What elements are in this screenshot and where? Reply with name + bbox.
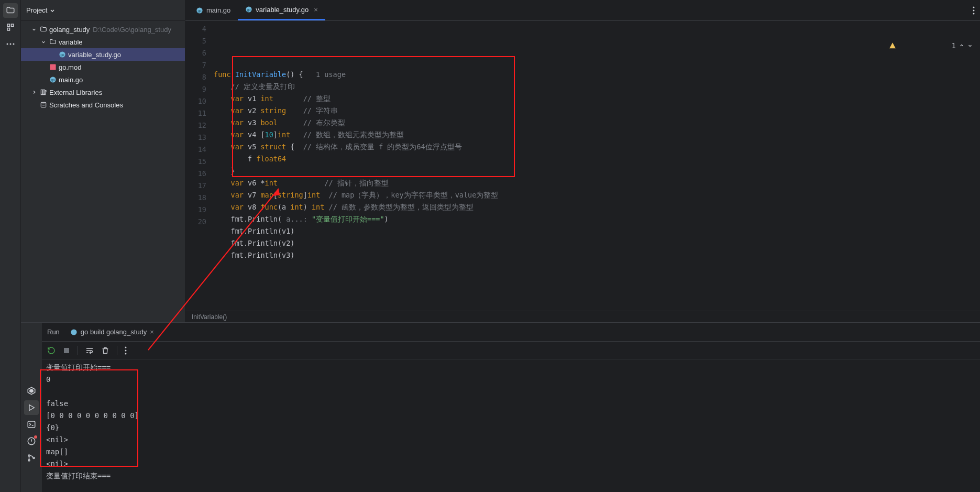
editor-tab[interactable]: gomain.go [189, 0, 238, 20]
svg-marker-21 [29, 405, 34, 411]
code-line[interactable]: fmt.Println(v2) [214, 237, 980, 249]
svg-rect-1 [11, 24, 14, 27]
code-line[interactable]: var v4 [10]int // 数组，数组元素类型为整型 [214, 129, 980, 141]
svg-point-25 [28, 460, 30, 461]
code-line[interactable]: f float64 [214, 153, 980, 165]
console-line: map[] [46, 446, 976, 458]
stop-icon[interactable] [63, 347, 70, 354]
editor-area: gomain.gogovariable_study.go× 4567891011… [185, 0, 980, 322]
svg-point-31 [125, 353, 127, 354]
svg-rect-28 [64, 348, 69, 353]
svg-marker-20 [30, 389, 33, 392]
svg-point-29 [125, 346, 127, 348]
code-line[interactable]: var v5 struct { // 结构体，成员变量 f 的类型为64位浮点型… [214, 141, 980, 153]
code-line[interactable]: func InitVariable() { 1 usage [214, 69, 980, 81]
svg-point-30 [125, 349, 127, 351]
tab-menu-icon[interactable] [973, 6, 975, 15]
project-tree[interactable]: golang_studyD:\Code\Go\golang_studyvaria… [21, 21, 185, 111]
tree-row[interactable]: go.mod [21, 61, 185, 73]
console-line: [0 0 0 0 0 0 0 0 0 0] [46, 410, 976, 422]
console-line: false [46, 398, 976, 410]
project-panel: Project golang_studyD:\Code\Go\golang_st… [21, 0, 185, 322]
editor-body[interactable]: 4567891011121314151617181920 func InitVa… [185, 21, 980, 311]
svg-rect-8 [50, 64, 56, 70]
svg-point-24 [28, 455, 30, 456]
run-icon[interactable] [24, 400, 39, 415]
services-icon[interactable] [24, 384, 39, 398]
run-panel: Run go build golang_study × [21, 322, 980, 492]
code-line[interactable]: var v6 *int // 指针，指向整型 [214, 177, 980, 189]
tree-row[interactable]: Scratches and Consoles [21, 99, 185, 111]
chevron-up-icon[interactable] [959, 43, 964, 48]
go-icon [70, 329, 78, 336]
code-line[interactable]: var v3 bool // 布尔类型 [214, 117, 980, 129]
run-tab-title[interactable]: Run [47, 328, 60, 336]
console-line: <nil> [46, 458, 976, 470]
tree-row[interactable]: gomain.go [21, 73, 185, 86]
run-config-tab[interactable]: go build golang_study × [66, 326, 158, 338]
code[interactable]: func InitVariable() { 1 usage // 定义变量及打印… [214, 21, 980, 311]
code-line[interactable]: fmt.Println(v1) [214, 225, 980, 237]
gutter: 4567891011121314151617181920 [185, 21, 214, 311]
editor-tab[interactable]: govariable_study.go× [238, 0, 325, 20]
project-panel-header[interactable]: Project [21, 0, 185, 21]
warning-count: 1 [952, 41, 956, 50]
project-tool-icon[interactable] [3, 3, 18, 18]
project-panel-title: Project [26, 6, 47, 14]
code-line[interactable]: var v1 int // 整型 [214, 93, 980, 105]
code-line[interactable]: var v2 string // 字符串 [214, 105, 980, 117]
chevron-down-icon[interactable] [967, 43, 973, 48]
tree-row[interactable]: golang_studyD:\Code\Go\golang_study [21, 23, 185, 36]
svg-text:go: go [51, 78, 55, 82]
svg-point-3 [6, 43, 8, 45]
svg-point-4 [9, 43, 11, 45]
code-line[interactable]: var v7 map[string]int // map（字典），key为字符串… [214, 189, 980, 201]
terminal-icon[interactable] [24, 417, 39, 432]
run-toolbar [42, 342, 980, 359]
console-line: 0 [46, 374, 976, 386]
svg-text:go: go [247, 8, 251, 12]
svg-point-17 [973, 9, 975, 11]
svg-text:go: go [197, 8, 202, 13]
tree-row[interactable]: variable [21, 36, 185, 48]
more-tool-icon[interactable] [3, 37, 18, 51]
console-line: <nil> [46, 434, 976, 446]
warning-icon [889, 25, 949, 66]
svg-rect-22 [28, 421, 35, 428]
code-line[interactable]: var v8 func(a int) int // 函数，参数类型为整型，返回类… [214, 201, 980, 213]
code-line[interactable]: // 定义变量及打印 [214, 81, 980, 93]
breadcrumb[interactable]: InitVariable() [185, 311, 980, 322]
svg-point-27 [71, 329, 76, 335]
rerun-icon[interactable] [47, 346, 56, 355]
svg-point-16 [973, 6, 975, 8]
close-icon[interactable]: × [150, 328, 154, 336]
svg-text:go: go [60, 53, 64, 57]
close-icon[interactable]: × [314, 6, 318, 14]
tree-row[interactable]: External Libraries [21, 86, 185, 99]
tree-row[interactable]: govariable_study.go [21, 48, 185, 61]
run-tabs: Run go build golang_study × [42, 323, 980, 342]
vcs-icon[interactable] [24, 451, 39, 465]
activity-bar [0, 0, 21, 492]
code-line[interactable]: fmt.Println(v3) [214, 249, 980, 261]
structure-tool-icon[interactable] [3, 20, 18, 35]
more-icon[interactable] [125, 346, 127, 355]
console-line: {0} [46, 422, 976, 434]
svg-point-18 [973, 13, 975, 14]
console-output[interactable]: 变量值打印开始===0 false[0 0 0 0 0 0 0 0 0 0]{0… [42, 359, 980, 492]
editor-tabs: gomain.gogovariable_study.go× [185, 0, 980, 21]
code-line[interactable]: } [214, 165, 980, 177]
inspection-indicator[interactable]: 1 [889, 25, 973, 66]
svg-rect-0 [7, 24, 10, 27]
problems-icon[interactable] [24, 434, 39, 449]
console-line: 变量值打印结束=== [46, 470, 976, 482]
console-line: 变量值打印开始=== [46, 362, 976, 374]
run-left-toolbar [21, 323, 42, 492]
code-line[interactable] [214, 57, 980, 69]
svg-point-5 [13, 43, 14, 45]
code-line[interactable]: fmt.Println( a...: "变量值打印开始===") [214, 213, 980, 225]
svg-rect-2 [7, 28, 10, 31]
trash-icon[interactable] [101, 346, 109, 355]
console-line [46, 386, 976, 398]
soft-wrap-icon[interactable] [85, 346, 94, 355]
